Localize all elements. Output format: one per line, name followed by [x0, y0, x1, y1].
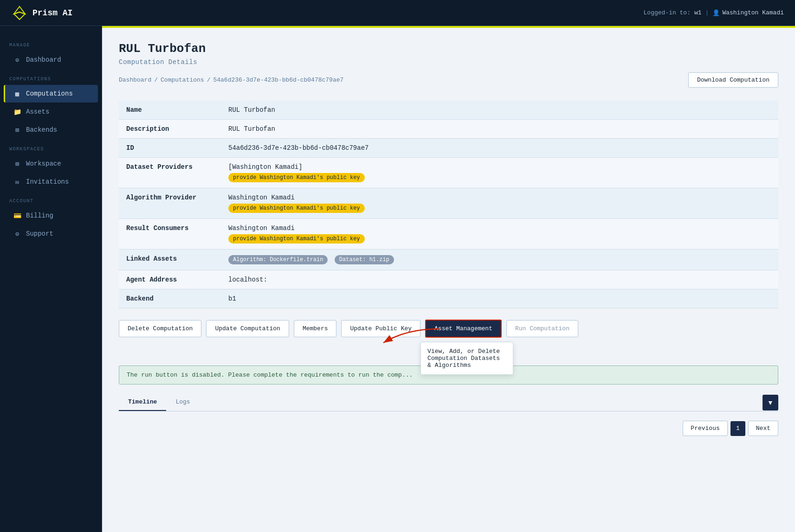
table-row: Algorithm Provider Washington Kamadi pro… — [119, 188, 778, 219]
field-value-id: 54a6d236-3d7e-423b-bb6d-cb0478c79ae7 — [221, 139, 778, 158]
sidebar-section-computations: COMPUTATIONS ▦ Computations 📁 Assets ⊞ B… — [0, 69, 102, 139]
tab-logs[interactable]: Logs — [166, 394, 199, 411]
table-row: Backend b1 — [119, 289, 778, 308]
field-value-name: RUL Turbofan — [221, 101, 778, 120]
sidebar-item-label-computations: Computations — [26, 90, 73, 97]
sidebar-item-workspace[interactable]: ⊞ Workspace — [4, 155, 98, 173]
table-row: Description RUL Turbofan — [119, 120, 778, 139]
download-computation-button[interactable]: Download Computation — [688, 72, 778, 88]
sidebar-item-label-workspace: Workspace — [26, 160, 61, 167]
linked-asset-badge-1: Algorithm: Dockerfile.train — [228, 255, 328, 264]
user-info: Logged-in to: w1 | 👤 Washington Kamadi — [644, 9, 784, 17]
sidebar-item-label-invitations: Invitations — [26, 178, 69, 186]
sidebar-item-support[interactable]: ⊙ Support — [4, 225, 98, 243]
algorithm-provider-badge: provide Washington Kamadi's public key — [228, 204, 365, 213]
asset-management-tooltip: View, Add, or Delete Computation Dataset… — [420, 342, 513, 375]
logo-icon — [11, 5, 28, 21]
filter-icon: ▼ — [767, 399, 774, 406]
algorithm-provider-value: Washington Kamadi — [228, 194, 771, 201]
field-value-linked-assets: Algorithm: Dockerfile.train Dataset: h1.… — [221, 250, 778, 270]
run-computation-button[interactable]: Run Computation — [506, 320, 578, 337]
user-name: Washington Kamadi — [722, 9, 784, 16]
breadcrumb-computations[interactable]: Computations — [161, 77, 204, 83]
app-name: Prism AI — [32, 8, 72, 18]
result-consumers-badge: provide Washington Kamadi's public key — [228, 234, 365, 244]
pagination-row: Previous 1 Next — [119, 411, 778, 441]
field-label-linked-assets: Linked Assets — [119, 250, 221, 270]
field-label-backend: Backend — [119, 289, 221, 308]
sidebar-item-dashboard[interactable]: ⊙ Dashboard — [4, 51, 98, 69]
assets-icon: 📁 — [13, 108, 21, 116]
sidebar-item-label-assets: Assets — [26, 108, 49, 115]
sidebar-item-billing[interactable]: 💳 Billing — [4, 207, 98, 224]
breadcrumb-sep2: / — [207, 77, 211, 83]
section-label-workspaces: WORKSPACES — [0, 139, 102, 154]
dataset-providers-badge: provide Washington Kamadi's public key — [228, 173, 365, 182]
workspace-icon: ⊞ — [13, 160, 21, 168]
user-icon: 👤 — [712, 9, 720, 17]
field-label-result-consumers: Result Consumers — [119, 219, 221, 250]
next-button[interactable]: Next — [748, 421, 778, 436]
table-row: Agent Address localhost: — [119, 270, 778, 289]
billing-icon: 💳 — [13, 212, 21, 220]
breadcrumb-dashboard[interactable]: Dashboard — [119, 77, 151, 83]
current-page-number[interactable]: 1 — [730, 421, 745, 436]
filter-button[interactable]: ▼ — [763, 395, 778, 410]
tab-timeline[interactable]: Timeline — [119, 394, 166, 411]
breadcrumb-sep1: / — [154, 77, 158, 83]
content-area: RUL Turbofan Computation Details Dashboa… — [102, 26, 795, 532]
field-label-id: ID — [119, 139, 221, 158]
computations-icon: ▦ — [13, 90, 21, 98]
sidebar-item-label-backends: Backends — [26, 126, 57, 134]
field-value-algorithm-provider: Washington Kamadi provide Washington Kam… — [221, 188, 778, 219]
svg-marker-0 — [14, 6, 25, 14]
detail-table: Name RUL Turbofan Description RUL Turbof… — [119, 101, 778, 308]
dashboard-icon: ⊙ — [13, 56, 21, 64]
table-row: Name RUL Turbofan — [119, 101, 778, 120]
members-button[interactable]: Members — [294, 320, 337, 337]
field-label-dataset-providers: Dataset Providers — [119, 158, 221, 188]
sidebar-section-workspaces: WORKSPACES ⊞ Workspace ✉ Invitations — [0, 139, 102, 191]
breadcrumb-text: Dashboard / Computations / 54a6d236-3d7e… — [119, 77, 343, 83]
main-layout: MANAGE ⊙ Dashboard COMPUTATIONS ▦ Comput… — [0, 26, 795, 532]
field-label-name: Name — [119, 101, 221, 120]
table-row: Linked Assets Algorithm: Dockerfile.trai… — [119, 250, 778, 270]
user-account-area: 👤 Washington Kamadi — [712, 9, 784, 17]
sidebar-item-assets[interactable]: 📁 Assets — [4, 103, 98, 121]
table-row: ID 54a6d236-3d7e-423b-bb6d-cb0478c79ae7 — [119, 139, 778, 158]
field-value-dataset-providers: [Washington Kamadi] provide Washington K… — [221, 158, 778, 188]
result-consumers-value: Washington Kamadi — [228, 224, 771, 232]
field-value-result-consumers: Washington Kamadi provide Washington Kam… — [221, 219, 778, 250]
update-computation-button[interactable]: Update Computation — [206, 320, 289, 337]
logged-in-label: Logged-in to: — [644, 9, 691, 16]
field-value-backend: b1 — [221, 289, 778, 308]
section-label-computations: COMPUTATIONS — [0, 69, 102, 84]
tooltip-text: View, Add, or Delete Computation Dataset… — [427, 348, 500, 369]
field-label-algorithm-provider: Algorithm Provider — [119, 188, 221, 219]
sidebar-section-manage: MANAGE ⊙ Dashboard — [0, 35, 102, 69]
previous-button[interactable]: Previous — [683, 421, 727, 436]
breadcrumb-id: 54a6d236-3d7e-423b-bb6d-cb0478c79ae7 — [213, 77, 343, 83]
sidebar-item-label-dashboard: Dashboard — [26, 56, 61, 64]
sidebar-section-account: ACCOUNT 💳 Billing ⊙ Support — [0, 191, 102, 243]
section-label-account: ACCOUNT — [0, 191, 102, 206]
page-subtitle: Computation Details — [119, 58, 778, 66]
backends-icon: ⊞ — [13, 126, 21, 134]
dataset-providers-value: [Washington Kamadi] — [228, 163, 771, 171]
invitations-icon: ✉ — [13, 178, 21, 186]
logo-area: Prism AI — [11, 5, 72, 21]
sidebar-item-label-billing: Billing — [26, 212, 53, 219]
sidebar: MANAGE ⊙ Dashboard COMPUTATIONS ▦ Comput… — [0, 26, 102, 532]
support-icon: ⊙ — [13, 230, 21, 238]
section-label-manage: MANAGE — [0, 35, 102, 51]
breadcrumb: Dashboard / Computations / 54a6d236-3d7e… — [119, 72, 778, 88]
sidebar-item-backends[interactable]: ⊞ Backends — [4, 121, 98, 139]
svg-marker-1 — [14, 12, 25, 19]
field-label-description: Description — [119, 120, 221, 139]
field-value-description: RUL Turbofan — [221, 120, 778, 139]
table-row: Dataset Providers [Washington Kamadi] pr… — [119, 158, 778, 188]
page-title: RUL Turbofan — [119, 42, 778, 56]
sidebar-item-computations[interactable]: ▦ Computations — [4, 85, 98, 103]
delete-computation-button[interactable]: Delete Computation — [119, 320, 201, 337]
sidebar-item-invitations[interactable]: ✉ Invitations — [4, 173, 98, 191]
